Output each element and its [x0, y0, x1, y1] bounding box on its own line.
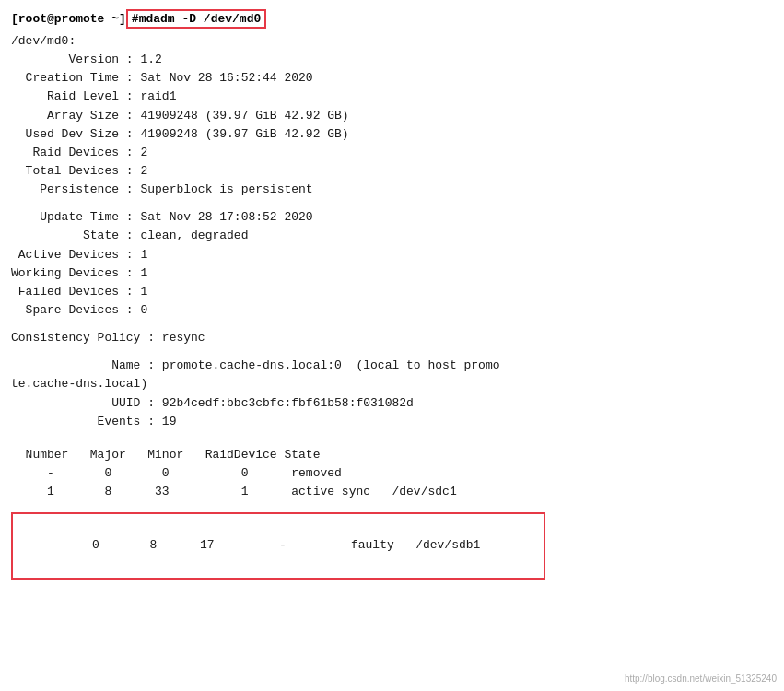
output-block: /dev/md0: Version : 1.2 Creation Time : … — [11, 32, 773, 580]
raid-devices-line: Raid Devices : 2 — [11, 144, 773, 162]
state-line: State : clean, degraded — [11, 227, 773, 245]
uuid-line: UUID : 92b4cedf:bbc3cbfc:fbf61b58:f03108… — [11, 394, 773, 413]
blank2 — [11, 320, 773, 329]
row-removed: - 0 0 0 removed — [11, 464, 773, 483]
row-faulty-num: 0 — [92, 538, 99, 552]
version-line: Version : 1.2 — [11, 51, 773, 69]
row-faulty-dev: /dev/sdb1 — [415, 538, 480, 552]
blank1 — [11, 199, 773, 208]
spare-devices-line: Spare Devices : 0 — [11, 301, 773, 320]
row-faulty-minor: 17 — [200, 538, 215, 552]
total-devices-line: Total Devices : 2 — [11, 162, 773, 181]
array-size-line: Array Size : 41909248 (39.97 GiB 42.92 G… — [11, 107, 773, 125]
name-cont-line: te.cache-dns.local) — [11, 375, 773, 393]
persistence-line: Persistence : Superblock is persistent — [11, 181, 773, 199]
raid-level-line: Raid Level : raid1 — [11, 88, 773, 106]
blank4 — [11, 431, 773, 440]
table-header: Number Major Minor RaidDevice State — [11, 446, 773, 464]
table-section: Number Major Minor RaidDevice State - 0 … — [11, 446, 773, 580]
update-time-line: Update Time : Sat Nov 28 17:08:52 2020 — [11, 208, 773, 227]
blank3 — [11, 347, 773, 357]
row-faulty-state: faulty — [351, 538, 394, 552]
creation-time-line: Creation Time : Sat Nov 28 16:52:44 2020 — [11, 69, 773, 88]
used-dev-size-line: Used Dev Size : 41909248 (39.97 GiB 42.9… — [11, 125, 773, 144]
row-faulty: 0 8 17 - faulty /dev/sdb1 — [20, 518, 536, 573]
blank5 — [11, 501, 773, 510]
working-devices-line: Working Devices : 1 — [11, 264, 773, 283]
consistency-line: Consistency Policy : resync — [11, 329, 773, 347]
active-devices-line: Active Devices : 1 — [11, 246, 773, 264]
terminal-block: [root@promote ~] #mdadm -D /dev/md0 /dev… — [11, 9, 773, 580]
events-line: Events : 19 — [11, 413, 773, 431]
failed-devices-line: Failed Devices : 1 — [11, 283, 773, 301]
name-line: Name : promote.cache-dns.local:0 (local … — [11, 357, 773, 375]
faulty-row-highlight: 0 8 17 - faulty /dev/sdb1 — [11, 512, 545, 579]
watermark: http://blog.csdn.net/weixin_51325240 — [625, 673, 777, 684]
row-active: 1 8 33 1 active sync /dev/sdc1 — [11, 483, 773, 501]
device-label: /dev/md0: — [11, 32, 773, 51]
command-text: #mdadm -D /dev/md0 — [126, 9, 266, 29]
command-line: [root@promote ~] #mdadm -D /dev/md0 — [11, 9, 773, 29]
row-faulty-raid: - — [279, 538, 287, 552]
shell-prompt: [root@promote ~] — [11, 12, 126, 26]
